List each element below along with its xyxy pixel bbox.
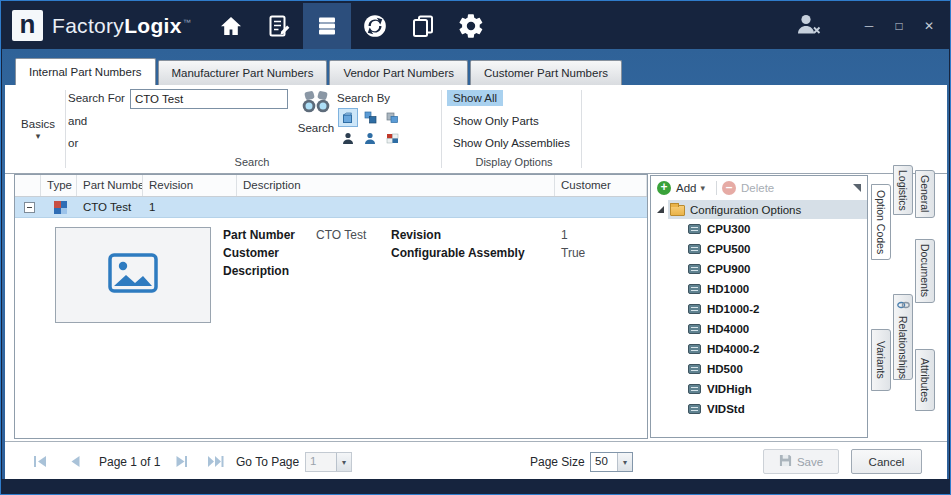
chain-link-icon: [897, 295, 910, 313]
ribbon-separator: [65, 90, 66, 168]
detail-configurable-value: True: [561, 246, 585, 260]
list-item[interactable]: CPU300: [651, 219, 867, 239]
app-window: n FactoryLogix™: [0, 0, 951, 495]
grid-header-revision[interactable]: Revision: [143, 175, 237, 196]
documents-nav-button[interactable]: [399, 3, 447, 49]
row-collapse-toggle[interactable]: [24, 202, 35, 213]
side-tab-documents[interactable]: Documents: [915, 239, 935, 303]
search-by-manufacturer-icon[interactable]: [338, 129, 358, 148]
list-item[interactable]: CPU500: [651, 239, 867, 259]
list-item[interactable]: HD4000-2: [651, 339, 867, 359]
part-image-placeholder[interactable]: [55, 227, 211, 323]
maximize-button[interactable]: □: [889, 19, 909, 33]
delete-button[interactable]: Delete: [741, 182, 774, 194]
grid-header-type[interactable]: Type: [41, 175, 77, 196]
search-by-assembly-icon[interactable]: [360, 108, 380, 127]
list-item[interactable]: VIDHigh: [651, 379, 867, 399]
list-item[interactable]: HD500: [651, 359, 867, 379]
tree-expander-icon[interactable]: [657, 206, 664, 213]
configuration-options-tree: Configuration Options CPU300 CPU500 CPU9…: [651, 200, 867, 437]
side-tab-attributes[interactable]: Attributes: [915, 349, 935, 411]
sync-icon: [362, 13, 388, 39]
search-by-mpn-icon[interactable]: [382, 108, 402, 127]
and-label: and: [68, 115, 87, 127]
display-option-show-only-parts[interactable]: Show Only Parts: [447, 113, 545, 129]
side-tab-logistics[interactable]: Logistics: [893, 165, 913, 215]
add-dropdown-icon[interactable]: ▾: [700, 183, 705, 193]
part-grid: Type Part Number Revision Description Cu…: [14, 174, 648, 439]
side-tab-option-codes[interactable]: Option Codes: [871, 184, 891, 260]
table-row[interactable]: CTO Test 1: [15, 197, 647, 218]
ribbon-group-display-label: Display Options: [447, 156, 581, 168]
add-button[interactable]: Add: [676, 182, 696, 194]
page-size-select[interactable]: 50 ▾: [590, 452, 633, 472]
tree-root-configuration-options[interactable]: Configuration Options: [651, 200, 867, 219]
home-nav-button[interactable]: [207, 3, 255, 49]
process-editor-nav-button[interactable]: [255, 3, 303, 49]
option-code-icon: [688, 364, 701, 374]
option-code-label: HD1000-2: [707, 303, 759, 315]
chevron-down-icon: ▾: [36, 133, 41, 139]
settings-nav-button[interactable]: [447, 3, 495, 49]
tab-vendor-part-numbers[interactable]: Vendor Part Numbers: [329, 60, 468, 85]
side-tab-relationships[interactable]: Relationships: [893, 294, 913, 380]
first-page-button[interactable]: [33, 454, 50, 468]
side-tab-strips: Logistics General Option Codes Documents…: [870, 165, 946, 433]
tab-manufacturer-part-numbers[interactable]: Manufacturer Part Numbers: [158, 60, 328, 85]
option-code-label: HD4000-2: [707, 343, 759, 355]
list-item[interactable]: HD1000: [651, 279, 867, 299]
cancel-button[interactable]: Cancel: [851, 449, 922, 474]
option-code-label: HD500: [707, 363, 743, 375]
binoculars-search-icon: [301, 90, 331, 118]
previous-page-button[interactable]: [68, 454, 85, 468]
close-button[interactable]: ✕: [919, 19, 939, 33]
side-tab-general[interactable]: General: [915, 170, 935, 218]
search-button[interactable]: Search: [293, 90, 339, 134]
save-disk-icon: [779, 454, 792, 469]
grid-header-customer[interactable]: Customer: [555, 175, 647, 196]
list-item[interactable]: HD4000: [651, 319, 867, 339]
side-tab-label: Documents: [919, 244, 931, 297]
ribbon-separator: [441, 90, 442, 168]
home-icon: [219, 14, 243, 38]
delete-icon: –: [722, 181, 736, 195]
option-code-icon: [688, 224, 701, 234]
option-code-label: CPU900: [707, 263, 750, 275]
display-option-show-only-assemblies[interactable]: Show Only Assemblies: [447, 135, 576, 151]
tab-customer-part-numbers[interactable]: Customer Part Numbers: [470, 60, 622, 85]
part-library-nav-button[interactable]: [303, 3, 351, 49]
basics-menu-button[interactable]: Basics ▾: [13, 118, 63, 139]
list-item[interactable]: HD1000-2: [651, 299, 867, 319]
search-by-vendor-icon[interactable]: [360, 129, 380, 148]
search-by-customer-icon[interactable]: [382, 129, 402, 148]
panel-collapse-icon[interactable]: [853, 184, 861, 192]
go-to-page-value: 1: [306, 453, 336, 471]
detail-revision-value: 1: [561, 228, 568, 242]
cancel-button-label: Cancel: [869, 456, 905, 468]
search-button-label: Search: [298, 122, 334, 134]
minimize-button[interactable]: ─: [859, 19, 879, 33]
tab-internal-part-numbers[interactable]: Internal Part Numbers: [15, 58, 156, 85]
trademark: ™: [183, 18, 191, 27]
list-item[interactable]: CPU900: [651, 259, 867, 279]
search-by-part-icon[interactable]: [338, 108, 358, 127]
sync-nav-button[interactable]: [351, 3, 399, 49]
list-item[interactable]: VIDStd: [651, 399, 867, 419]
side-tab-variants[interactable]: Variants: [871, 329, 891, 391]
next-page-button[interactable]: [173, 454, 190, 468]
grid-header-part-number[interactable]: Part Number: [77, 175, 143, 196]
grid-header-description[interactable]: Description: [237, 175, 555, 196]
option-code-label: HD4000: [707, 323, 749, 335]
user-status-button[interactable]: [795, 12, 823, 40]
last-page-button[interactable]: [207, 454, 224, 468]
grid-header-row: Type Part Number Revision Description Cu…: [15, 175, 647, 197]
configuration-options-panel: + Add ▾ – Delete Configuration Options C…: [650, 175, 868, 438]
go-to-page-select[interactable]: 1 ▾: [305, 452, 352, 472]
add-icon: +: [657, 181, 671, 195]
save-button-label: Save: [797, 456, 823, 468]
go-to-page-label: Go To Page: [236, 455, 299, 469]
detail-configurable-label: Configurable Assembly: [391, 246, 525, 260]
search-for-input[interactable]: [130, 89, 288, 109]
save-button[interactable]: Save: [763, 449, 839, 474]
display-option-show-all[interactable]: Show All: [447, 90, 503, 106]
